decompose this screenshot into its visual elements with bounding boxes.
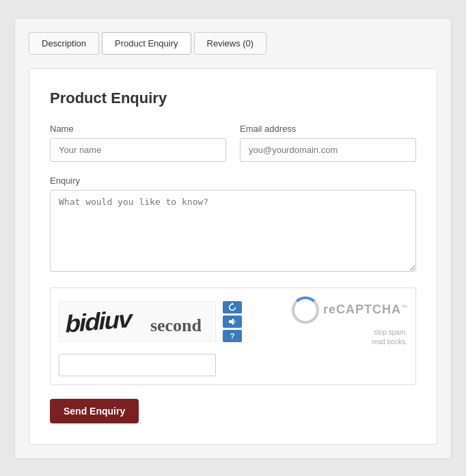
captcha-input[interactable]	[59, 354, 216, 376]
svg-marker-0	[231, 303, 234, 305]
page-card: Description Product Enquiry Reviews (0) …	[14, 18, 452, 459]
captcha-top-row: bidiuv second	[59, 296, 407, 347]
captcha-word1: bidiuv	[63, 304, 133, 338]
name-label: Name	[50, 124, 226, 134]
email-input[interactable]	[240, 138, 416, 162]
captcha-controls: ?	[223, 301, 242, 342]
svg-rect-1	[229, 320, 231, 323]
page-title: Product Enquiry	[50, 89, 416, 107]
captcha-image: bidiuv second	[59, 301, 216, 342]
enquiry-textarea[interactable]	[50, 190, 416, 272]
recaptcha-label: reCAPTCHA™	[323, 303, 407, 317]
name-group: Name	[50, 124, 226, 162]
help-icon: ?	[230, 332, 235, 340]
tab-description[interactable]: Description	[29, 32, 99, 55]
enquiry-group: Enquiry	[50, 176, 416, 274]
form-card: Product Enquiry Name Email address Enqui…	[29, 68, 437, 445]
captcha-refresh-button[interactable]	[223, 301, 242, 313]
svg-marker-2	[231, 318, 234, 325]
tab-bar: Description Product Enquiry Reviews (0)	[29, 32, 437, 55]
recaptcha-logo: reCAPTCHA™	[292, 296, 407, 324]
tab-product-enquiry[interactable]: Product Enquiry	[102, 32, 191, 55]
captcha-word2: second	[150, 316, 202, 336]
recaptcha-tagline: stop spam. read books.	[249, 328, 407, 347]
captcha-input-row	[59, 354, 407, 376]
captcha-help-button[interactable]: ?	[223, 330, 242, 342]
captcha-audio-button[interactable]	[223, 316, 242, 328]
send-enquiry-button[interactable]: Send Enquiry	[50, 399, 139, 423]
recaptcha-section: reCAPTCHA™ stop spam. read books.	[249, 296, 407, 347]
email-label: Email address	[240, 124, 416, 134]
tab-reviews[interactable]: Reviews (0)	[194, 32, 267, 55]
name-email-row: Name Email address	[50, 124, 416, 162]
enquiry-label: Enquiry	[50, 176, 416, 186]
recaptcha-spinner-icon	[292, 296, 319, 324]
captcha-box: bidiuv second	[50, 288, 416, 385]
email-group: Email address	[240, 124, 416, 162]
name-input[interactable]	[50, 138, 226, 162]
